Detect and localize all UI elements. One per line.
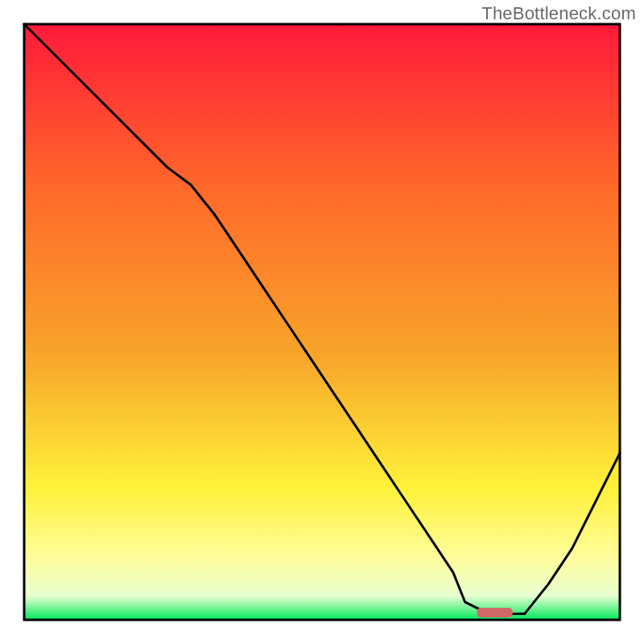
- chart-svg: [0, 0, 644, 644]
- watermark-text: TheBottleneck.com: [481, 3, 636, 24]
- chart-container: TheBottleneck.com: [0, 0, 644, 644]
- optimal-marker: [477, 608, 512, 617]
